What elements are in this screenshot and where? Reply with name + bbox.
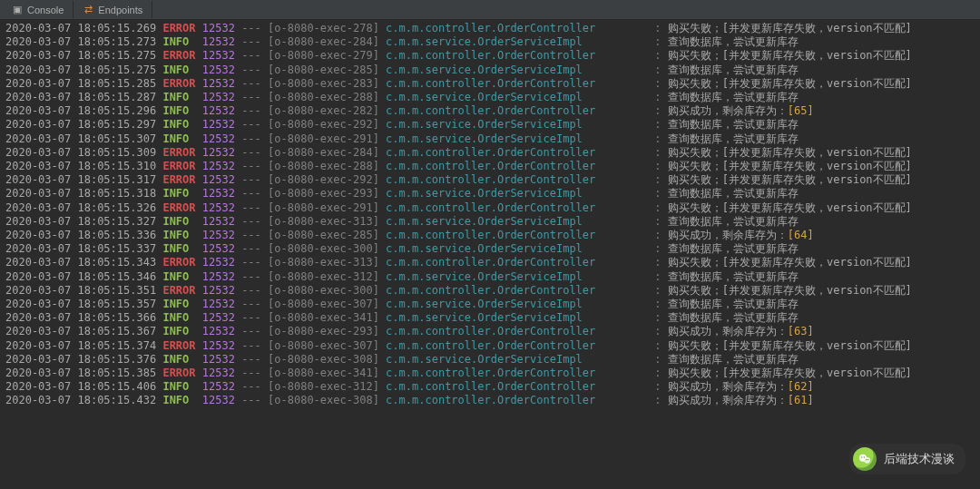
log-logger: c.m.m.service.OrderServiceImpl xyxy=(386,215,648,228)
log-thread: [o-8080-exec-288] xyxy=(268,160,379,172)
log-message: 购买失败；[并发更新库存失败，version不匹配] xyxy=(668,160,912,172)
log-message: 购买失败；[并发更新库存失败，version不匹配] xyxy=(668,339,912,352)
log-sep: --- xyxy=(241,325,261,337)
log-colon: : xyxy=(654,229,661,241)
log-pid: 12532 xyxy=(202,215,235,228)
log-logger: c.m.m.controller.OrderController xyxy=(386,201,648,214)
tab-console[interactable]: ▣ Console xyxy=(4,1,74,18)
log-pid: 12532 xyxy=(202,353,235,366)
log-thread: [o-8080-exec-278] xyxy=(268,22,379,34)
log-timestamp: 2020-03-07 18:05:15.269 xyxy=(5,22,156,34)
log-line: 2020-03-07 18:05:15.376 INFO 12532 --- [… xyxy=(5,353,975,367)
svg-point-3 xyxy=(864,456,865,457)
log-line: 2020-03-07 18:05:15.317 ERROR 12532 --- … xyxy=(5,173,975,187)
log-sep: --- xyxy=(241,256,261,269)
log-logger: c.m.m.controller.OrderController xyxy=(386,256,648,269)
log-level: ERROR xyxy=(162,77,195,90)
log-level: ERROR xyxy=(162,49,195,62)
log-logger: c.m.m.service.OrderServiceImpl xyxy=(386,298,648,310)
log-colon: : xyxy=(654,215,661,228)
log-timestamp: 2020-03-07 18:05:15.432 xyxy=(5,394,156,406)
log-pid: 12532 xyxy=(202,394,235,406)
log-timestamp: 2020-03-07 18:05:15.275 xyxy=(5,64,156,76)
log-sep: --- xyxy=(241,118,261,131)
log-colon: : xyxy=(654,339,661,352)
log-timestamp: 2020-03-07 18:05:15.346 xyxy=(5,270,156,283)
log-colon: : xyxy=(654,118,661,131)
svg-point-5 xyxy=(867,459,868,460)
log-line: 2020-03-07 18:05:15.346 INFO 12532 --- [… xyxy=(5,270,975,284)
log-logger: c.m.m.controller.OrderController xyxy=(386,49,648,62)
log-thread: [o-8080-exec-285] xyxy=(268,64,379,76)
log-level: ERROR xyxy=(162,367,195,379)
log-colon: : xyxy=(654,380,661,393)
log-pid: 12532 xyxy=(202,49,235,62)
log-colon: : xyxy=(654,104,661,117)
log-timestamp: 2020-03-07 18:05:15.285 xyxy=(5,77,156,90)
log-line: 2020-03-07 18:05:15.336 INFO 12532 --- [… xyxy=(5,229,975,242)
log-line: 2020-03-07 18:05:15.269 ERROR 12532 --- … xyxy=(5,22,975,35)
log-level: INFO xyxy=(162,311,195,324)
log-message: 查询数据库，尝试更新库存 xyxy=(668,215,799,228)
log-sep: --- xyxy=(241,242,261,255)
log-colon: : xyxy=(654,49,661,62)
endpoints-icon: ⇄ xyxy=(84,4,93,15)
log-colon: : xyxy=(654,284,661,297)
log-timestamp: 2020-03-07 18:05:15.336 xyxy=(5,229,156,241)
log-sep: --- xyxy=(241,229,261,241)
log-message: 查询数据库，尝试更新库存 xyxy=(668,35,799,48)
log-thread: [o-8080-exec-308] xyxy=(268,353,379,366)
console-output[interactable]: 2020-03-07 18:05:15.269 ERROR 12532 --- … xyxy=(0,20,980,489)
log-line: 2020-03-07 18:05:15.275 INFO 12532 --- [… xyxy=(5,64,975,77)
log-colon: : xyxy=(654,35,661,48)
log-pid: 12532 xyxy=(202,118,235,131)
log-logger: c.m.m.service.OrderServiceImpl xyxy=(386,187,648,200)
log-sep: --- xyxy=(241,270,261,283)
log-colon: : xyxy=(654,160,661,172)
log-level: INFO xyxy=(162,132,195,145)
log-sep: --- xyxy=(241,187,261,200)
log-timestamp: 2020-03-07 18:05:15.296 xyxy=(5,104,156,117)
log-sep: --- xyxy=(241,394,261,406)
log-colon: : xyxy=(654,298,661,310)
log-pid: 12532 xyxy=(202,132,235,145)
log-line: 2020-03-07 18:05:15.385 ERROR 12532 --- … xyxy=(5,367,975,380)
log-logger: c.m.m.controller.OrderController xyxy=(386,284,648,297)
log-logger: c.m.m.controller.OrderController xyxy=(386,146,648,159)
wechat-avatar-icon xyxy=(853,447,877,471)
log-thread: [o-8080-exec-284] xyxy=(268,35,379,48)
log-line: 2020-03-07 18:05:15.297 INFO 12532 --- [… xyxy=(5,118,975,132)
log-colon: : xyxy=(654,201,661,214)
tab-label: Endpoints xyxy=(98,5,142,15)
log-line: 2020-03-07 18:05:15.366 INFO 12532 --- [… xyxy=(5,311,975,325)
log-highlight: [65] xyxy=(788,104,814,117)
log-logger: c.m.m.service.OrderServiceImpl xyxy=(386,91,648,103)
log-line: 2020-03-07 18:05:15.337 INFO 12532 --- [… xyxy=(5,242,975,256)
log-level: ERROR xyxy=(162,284,195,297)
tab-endpoints[interactable]: ⇄ Endpoints xyxy=(75,1,152,18)
log-logger: c.m.m.service.OrderServiceImpl xyxy=(386,270,648,283)
log-message: 购买失败；[并发更新库存失败，version不匹配] xyxy=(668,367,912,379)
log-sep: --- xyxy=(241,64,261,76)
log-level: INFO xyxy=(162,118,195,131)
log-pid: 12532 xyxy=(202,298,235,310)
log-pid: 12532 xyxy=(202,380,235,393)
log-level: ERROR xyxy=(162,173,195,186)
log-thread: [o-8080-exec-279] xyxy=(268,49,379,62)
log-message: 查询数据库，尝试更新库存 xyxy=(668,64,799,76)
log-colon: : xyxy=(654,394,661,406)
log-timestamp: 2020-03-07 18:05:15.326 xyxy=(5,201,156,214)
log-level: INFO xyxy=(162,187,195,200)
log-pid: 12532 xyxy=(202,146,235,159)
log-message: 查询数据库，尝试更新库存 xyxy=(668,118,799,131)
log-line: 2020-03-07 18:05:15.351 ERROR 12532 --- … xyxy=(5,284,975,298)
log-sep: --- xyxy=(241,201,261,214)
log-message: 购买成功，剩余库存为： xyxy=(668,394,788,406)
log-logger: c.m.m.controller.OrderController xyxy=(386,173,648,186)
log-level: ERROR xyxy=(162,201,195,214)
log-logger: c.m.m.controller.OrderController xyxy=(386,22,648,34)
log-message: 购买失败；[并发更新库存失败，version不匹配] xyxy=(668,22,912,34)
log-level: INFO xyxy=(162,229,195,241)
log-sep: --- xyxy=(241,215,261,228)
log-thread: [o-8080-exec-307] xyxy=(268,339,379,352)
